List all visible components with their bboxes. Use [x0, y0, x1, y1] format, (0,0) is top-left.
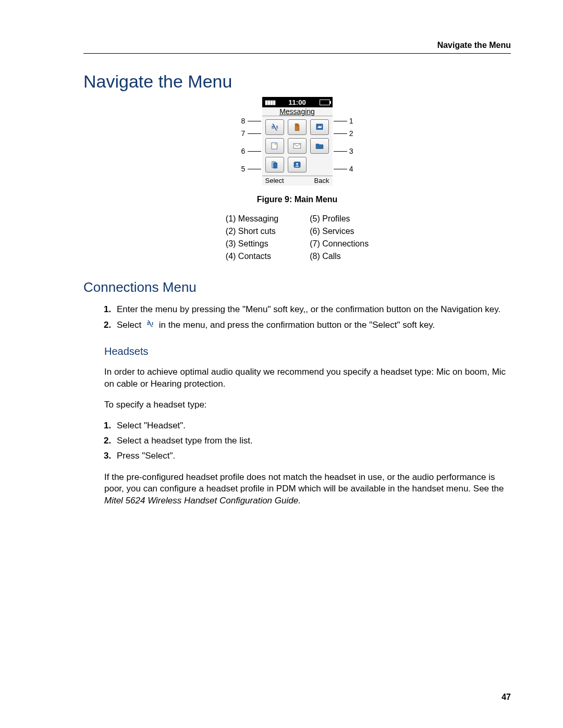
connections-inline-icon	[145, 319, 155, 332]
svg-point-6	[296, 163, 298, 165]
legend-item: (2) Short cuts	[226, 225, 278, 238]
list-item: Select a headset type from the list.	[114, 435, 511, 447]
callout-3: 3	[349, 147, 353, 155]
legend-item: (4) Contacts	[226, 250, 278, 263]
callout-7: 7	[241, 129, 246, 138]
softkey-right: Back	[314, 177, 329, 184]
paragraph: If the pre-configured headset profile do…	[104, 472, 511, 508]
legend-item: (3) Settings	[226, 238, 278, 250]
phone-screen-title: Messaging	[262, 107, 333, 116]
headset-steps: Select "Headset". Select a headset type …	[83, 420, 511, 462]
figure-main-menu: 8 7 6 5 1 2 3 4 ▮▮▮▮ 11:00 Mes	[83, 97, 511, 263]
phone-mock: ▮▮▮▮ 11:00 Messaging Select	[262, 97, 333, 186]
section-headsets: Headsets	[104, 346, 511, 357]
menu-connections-icon	[265, 119, 284, 135]
legend-item: (1) Messaging	[226, 213, 278, 225]
header-rule	[83, 53, 511, 54]
callout-5: 5	[241, 165, 246, 173]
menu-messaging-icon	[288, 138, 307, 154]
callout-6: 6	[241, 147, 246, 155]
legend-item: (8) Calls	[310, 250, 369, 263]
menu-settings-folder-icon	[310, 138, 329, 154]
callout-2: 2	[349, 129, 353, 138]
legend-item: (5) Profiles	[310, 213, 369, 225]
battery-icon	[320, 100, 330, 105]
svg-rect-4	[273, 163, 277, 168]
page-title: Navigate the Menu	[83, 71, 511, 92]
callout-4: 4	[349, 165, 353, 173]
running-header: Navigate the Menu	[83, 41, 511, 53]
menu-profiles-icon	[265, 157, 284, 172]
callout-1: 1	[349, 117, 353, 125]
menu-calls-icon	[288, 119, 307, 135]
figure-caption: Figure 9: Main Menu	[83, 195, 511, 204]
legend-item: (6) Services	[310, 225, 369, 238]
page-number: 47	[501, 693, 511, 702]
paragraph: To specify a headset type:	[104, 399, 511, 411]
list-item: Enter the menu by pressing the "Menu" so…	[114, 304, 511, 316]
callout-8: 8	[241, 117, 246, 125]
menu-contacts-icon	[288, 157, 307, 172]
softkey-left: Select	[265, 177, 284, 184]
list-item: Select in the menu, and press the confir…	[114, 319, 511, 332]
paragraph: In order to achieve optimal audio qualit…	[104, 366, 511, 390]
connections-steps: Enter the menu by pressing the "Menu" so…	[83, 304, 511, 332]
legend-item: (7) Connections	[310, 238, 369, 250]
signal-icon: ▮▮▮▮	[265, 99, 275, 106]
menu-messaging-star-icon	[265, 138, 284, 154]
status-time: 11:00	[288, 98, 305, 106]
figure-legend: (1) Messaging (2) Short cuts (3) Setting…	[83, 213, 511, 263]
list-item: Select "Headset".	[114, 420, 511, 432]
reference-title: Mitel 5624 Wireless Handset Configuratio…	[104, 496, 301, 505]
list-item: Press "Select".	[114, 450, 511, 462]
menu-shortcuts-icon	[310, 119, 329, 135]
section-connections-menu: Connections Menu	[83, 279, 511, 295]
